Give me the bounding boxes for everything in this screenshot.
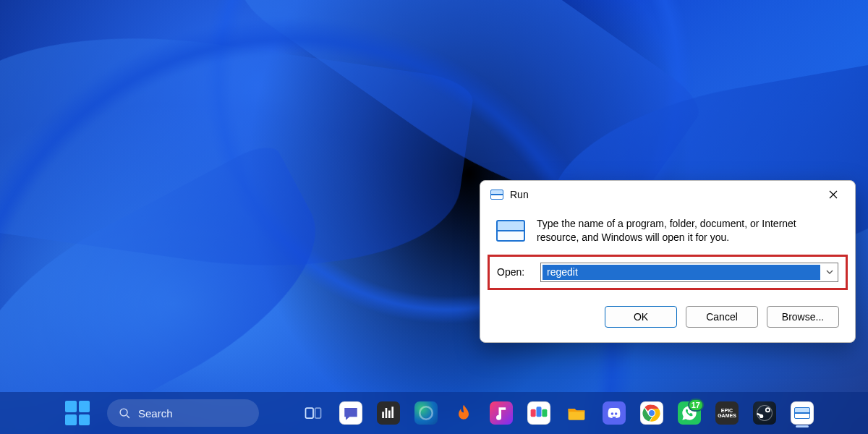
chat-icon <box>339 401 362 425</box>
svg-rect-10 <box>542 409 547 417</box>
taskbar-gallery[interactable] <box>524 398 554 428</box>
open-field-highlight: Open: <box>488 255 848 290</box>
taskbar-steam[interactable] <box>749 398 780 428</box>
run-dialog: Run Type the name of a program, folder, … <box>480 180 856 343</box>
open-input[interactable] <box>542 265 820 280</box>
taskbar-search[interactable]: Search <box>107 399 259 427</box>
task-view-icon <box>302 401 325 425</box>
search-icon <box>119 407 131 420</box>
folder-icon <box>565 401 588 425</box>
svg-point-14 <box>757 406 773 421</box>
chrome-icon <box>640 401 663 425</box>
epic-games-icon: EPICGAMES <box>715 401 739 425</box>
svg-point-16 <box>767 409 770 412</box>
flame-icon <box>452 401 475 425</box>
music-icon <box>490 401 513 425</box>
browse-button[interactable]: Browse... <box>767 306 839 328</box>
run-icon <box>490 190 503 200</box>
edge-icon <box>414 401 438 425</box>
open-combobox[interactable] <box>540 263 838 282</box>
svg-rect-3 <box>382 412 384 418</box>
taskbar-run[interactable] <box>787 398 817 428</box>
start-button[interactable] <box>65 401 90 425</box>
taskbar-chrome[interactable] <box>637 398 667 428</box>
run-taskbar-icon <box>791 401 814 425</box>
svg-rect-8 <box>531 409 536 417</box>
taskbar-equalizer[interactable] <box>373 398 404 428</box>
svg-rect-4 <box>386 408 388 418</box>
run-title: Run <box>510 189 529 200</box>
run-large-icon <box>496 220 525 242</box>
taskbar-file-explorer[interactable] <box>561 398 592 428</box>
taskbar-whatsapp[interactable]: 17 <box>674 398 705 428</box>
svg-rect-6 <box>391 407 393 418</box>
taskbar-discord[interactable] <box>599 398 629 428</box>
discord-icon <box>603 401 626 425</box>
svg-rect-2 <box>315 408 321 418</box>
svg-rect-9 <box>537 407 542 417</box>
open-label: Open: <box>497 266 530 278</box>
svg-rect-5 <box>388 411 391 419</box>
equalizer-icon <box>377 401 400 425</box>
ok-button[interactable]: OK <box>605 306 677 328</box>
gallery-icon <box>527 401 550 425</box>
search-placeholder: Search <box>138 407 173 420</box>
cancel-button[interactable]: Cancel <box>686 306 758 328</box>
taskbar-chat[interactable] <box>336 398 366 428</box>
steam-icon <box>753 401 776 425</box>
taskbar-epic-games[interactable]: EPICGAMES <box>712 398 742 428</box>
taskbar-edge[interactable] <box>411 398 441 428</box>
whatsapp-icon: 17 <box>678 401 701 425</box>
taskbar-flame[interactable] <box>448 398 479 428</box>
chevron-down-icon[interactable] <box>822 268 838 276</box>
taskbar-task-view[interactable] <box>298 398 328 428</box>
svg-rect-1 <box>306 408 314 418</box>
run-instruction-text: Type the name of a program, folder, docu… <box>537 217 839 244</box>
close-icon[interactable] <box>817 184 849 205</box>
taskbar: Search <box>0 392 868 434</box>
svg-point-0 <box>120 409 127 416</box>
svg-point-7 <box>420 407 433 420</box>
taskbar-music[interactable] <box>486 398 516 428</box>
run-titlebar[interactable]: Run <box>480 181 855 208</box>
whatsapp-badge: 17 <box>688 399 704 412</box>
